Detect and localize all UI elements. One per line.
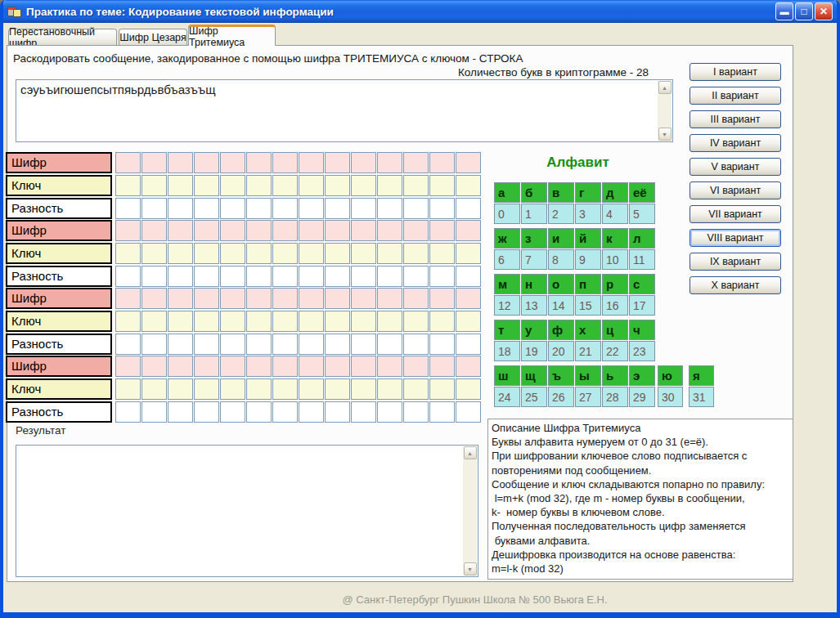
grid-cell[interactable]	[456, 243, 481, 264]
grid-cell[interactable]	[456, 288, 481, 309]
grid-cell[interactable]	[377, 311, 402, 332]
close-button[interactable]: ✕	[815, 2, 833, 20]
minimize-button[interactable]: ▬	[775, 2, 793, 20]
grid-cell[interactable]	[141, 220, 167, 241]
grid-cell[interactable]	[299, 266, 324, 287]
grid-cell[interactable]	[456, 311, 481, 332]
grid-cell[interactable]	[194, 334, 219, 355]
grid-cell[interactable]	[246, 220, 272, 241]
grid-cell[interactable]	[115, 378, 141, 400]
grid-cell[interactable]	[194, 198, 219, 219]
scroll-down-icon[interactable]: ▼	[658, 128, 672, 141]
grid-cell[interactable]	[377, 356, 402, 377]
grid-cell[interactable]	[351, 220, 376, 241]
grid-cell[interactable]	[429, 334, 455, 355]
variant-button-4[interactable]: IV вариант	[690, 134, 781, 152]
grid-cell[interactable]	[168, 401, 193, 423]
grid-cell[interactable]	[220, 152, 245, 173]
grid-cell[interactable]	[246, 266, 272, 287]
grid-cell[interactable]	[299, 378, 324, 400]
grid-cell[interactable]	[377, 288, 402, 309]
grid-cell[interactable]	[403, 356, 429, 377]
grid-cell[interactable]	[115, 311, 141, 332]
variant-button-5[interactable]: V вариант	[690, 158, 781, 176]
tab-caesar-cipher[interactable]: Шифр Цезаря	[119, 29, 187, 46]
grid-cell[interactable]	[141, 334, 167, 355]
grid-cell[interactable]	[220, 356, 245, 377]
result-scrollbar[interactable]: ▲ ▼	[463, 446, 477, 575]
grid-cell[interactable]	[115, 356, 141, 377]
grid-cell[interactable]	[168, 311, 193, 332]
variant-button-8[interactable]: VIII вариант	[690, 229, 781, 247]
grid-cell[interactable]	[115, 152, 141, 173]
grid-cell[interactable]	[246, 378, 272, 400]
grid-cell[interactable]	[115, 198, 141, 219]
grid-cell[interactable]	[377, 175, 402, 196]
grid-cell[interactable]	[141, 243, 167, 264]
grid-cell[interactable]	[456, 356, 481, 377]
grid-cell[interactable]	[168, 175, 193, 196]
grid-cell[interactable]	[377, 243, 402, 264]
grid-cell[interactable]	[429, 220, 455, 241]
grid-cell[interactable]	[403, 378, 429, 400]
grid-cell[interactable]	[168, 243, 193, 264]
grid-cell[interactable]	[377, 152, 402, 173]
grid-cell[interactable]	[351, 198, 376, 219]
grid-cell[interactable]	[115, 334, 141, 355]
grid-cell[interactable]	[377, 220, 402, 241]
grid-cell[interactable]	[351, 401, 376, 423]
grid-cell[interactable]	[456, 220, 481, 241]
grid-cell[interactable]	[325, 243, 350, 264]
grid-cell[interactable]	[377, 198, 402, 219]
grid-cell[interactable]	[115, 243, 141, 264]
grid-cell[interactable]	[246, 175, 272, 196]
grid-cell[interactable]	[194, 266, 219, 287]
grid-cell[interactable]	[272, 334, 298, 355]
grid-cell[interactable]	[246, 198, 272, 219]
grid-cell[interactable]	[456, 175, 481, 196]
grid-cell[interactable]	[141, 288, 167, 309]
grid-cell[interactable]	[403, 334, 429, 355]
grid-cell[interactable]	[299, 356, 324, 377]
grid-cell[interactable]	[325, 266, 350, 287]
grid-cell[interactable]	[194, 288, 219, 309]
grid-cell[interactable]	[272, 198, 298, 219]
grid-cell[interactable]	[168, 220, 193, 241]
grid-cell[interactable]	[272, 152, 298, 173]
grid-cell[interactable]	[194, 356, 219, 377]
grid-cell[interactable]	[325, 334, 350, 355]
grid-cell[interactable]	[429, 266, 455, 287]
grid-cell[interactable]	[168, 288, 193, 309]
grid-cell[interactable]	[351, 378, 376, 400]
grid-cell[interactable]	[456, 378, 481, 400]
grid-cell[interactable]	[194, 378, 219, 400]
grid-cell[interactable]	[299, 334, 324, 355]
grid-cell[interactable]	[141, 378, 167, 400]
grid-cell[interactable]	[351, 152, 376, 173]
grid-cell[interactable]	[115, 175, 141, 196]
grid-cell[interactable]	[403, 243, 429, 264]
grid-cell[interactable]	[220, 378, 245, 400]
variant-button-3[interactable]: III вариант	[690, 110, 781, 128]
grid-cell[interactable]	[325, 220, 350, 241]
grid-cell[interactable]	[194, 175, 219, 196]
grid-cell[interactable]	[456, 401, 481, 423]
maximize-button[interactable]: □	[795, 2, 813, 20]
grid-cell[interactable]	[429, 311, 455, 332]
grid-cell[interactable]	[220, 288, 245, 309]
grid-cell[interactable]	[299, 220, 324, 241]
grid-cell[interactable]	[194, 220, 219, 241]
grid-cell[interactable]	[220, 175, 245, 196]
grid-cell[interactable]	[456, 152, 481, 173]
grid-cell[interactable]	[272, 378, 298, 400]
grid-cell[interactable]	[220, 198, 245, 219]
grid-cell[interactable]	[168, 378, 193, 400]
grid-cell[interactable]	[325, 152, 350, 173]
grid-cell[interactable]	[299, 175, 324, 196]
grid-cell[interactable]	[403, 198, 429, 219]
variant-button-2[interactable]: II вариант	[690, 87, 781, 105]
grid-cell[interactable]	[272, 288, 298, 309]
grid-cell[interactable]	[377, 266, 402, 287]
grid-cell[interactable]	[272, 220, 298, 241]
grid-cell[interactable]	[194, 311, 219, 332]
